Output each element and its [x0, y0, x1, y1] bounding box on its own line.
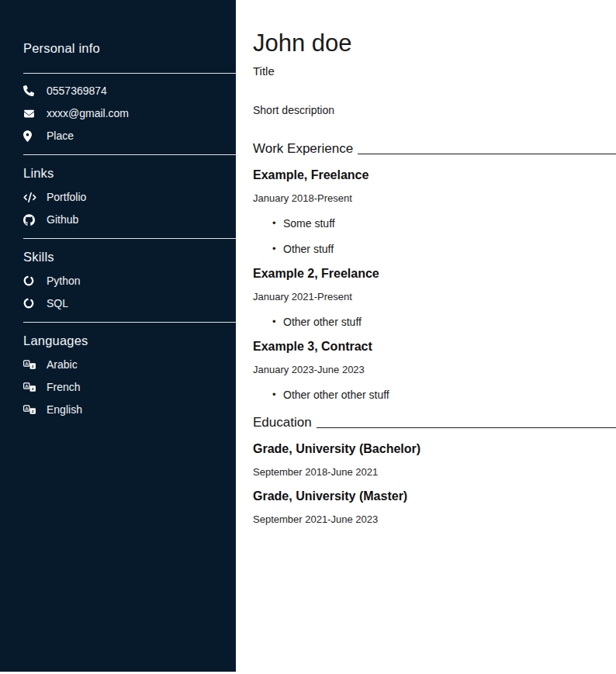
work-entry: Example, Freelance January 2018-Present … — [253, 168, 616, 255]
sidebar-section-links: Links Portfolio Github — [23, 154, 236, 226]
bullet-item: Some stuff — [272, 217, 616, 230]
work-entry: Example 2, Freelance January 2021-Presen… — [253, 267, 616, 328]
github-label: Github — [47, 213, 78, 226]
entry-date: January 2021-Present — [253, 291, 616, 302]
language-icon: Az — [23, 358, 37, 371]
location-icon — [23, 130, 37, 142]
svg-text:z: z — [32, 409, 34, 413]
bullet-item: Other other other stuff — [272, 389, 616, 401]
skill-row-sql: SQL — [23, 297, 236, 309]
language-row-french: Az French — [23, 381, 236, 393]
entry-title: Grade, University (Bachelor) — [253, 442, 616, 456]
portfolio-link[interactable]: Portfolio — [23, 191, 236, 203]
entry-title: Example 3, Contract — [253, 340, 616, 354]
bullet-item: Other stuff — [272, 243, 616, 255]
sidebar-section-personal-info: Personal info 0557369874 xxxx@gmail.com … — [23, 41, 236, 142]
sidebar: Personal info 0557369874 xxxx@gmail.com … — [0, 0, 236, 672]
language-row-english: Az English — [23, 403, 236, 416]
entry-bullets: Some stuff Other stuff — [253, 217, 616, 255]
divider — [23, 322, 236, 323]
heading-rule — [317, 427, 616, 428]
email-row: xxxx@gmail.com — [23, 107, 236, 119]
phone-value: 0557369874 — [47, 85, 107, 97]
entry-date: January 2018-Present — [253, 192, 616, 204]
circle-notch-icon — [23, 297, 37, 309]
entry-bullets: Other other stuff — [253, 316, 616, 328]
place-row: Place — [23, 130, 236, 142]
heading-rule — [358, 154, 616, 154]
education-entry: Grade, University (Master) September 202… — [253, 489, 616, 525]
sidebar-section-languages: Languages Az Arabic Az French Az English — [23, 322, 236, 416]
divider — [23, 238, 236, 239]
place-value: Place — [47, 130, 74, 142]
svg-text:A: A — [25, 383, 29, 388]
sidebar-section-skills: Skills Python SQL — [23, 238, 236, 309]
language-icon: Az — [23, 403, 37, 416]
entry-title: Example, Freelance — [253, 168, 616, 182]
code-icon — [23, 191, 37, 203]
entry-title: Example 2, Freelance — [253, 267, 616, 281]
svg-text:A: A — [25, 361, 29, 365]
email-value: xxxx@gmail.com — [47, 107, 129, 119]
entry-bullets: Other other other stuff — [253, 389, 616, 401]
section-heading-education: Education — [253, 415, 616, 430]
candidate-name: John doe — [253, 31, 616, 57]
languages-heading: Languages — [23, 334, 236, 348]
section-heading-work-experience: Work Experience — [253, 141, 616, 157]
svg-text:A: A — [25, 406, 29, 410]
divider — [23, 73, 236, 74]
circle-notch-icon — [23, 275, 37, 287]
short-description: Short description — [253, 104, 616, 116]
skill-row-python: Python — [23, 275, 236, 287]
language-icon: Az — [23, 381, 37, 393]
work-entry: Example 3, Contract January 2023-June 20… — [253, 340, 616, 401]
phone-icon — [23, 85, 37, 97]
skill-label: Python — [47, 275, 81, 287]
phone-row: 0557369874 — [23, 85, 236, 97]
language-label: French — [47, 381, 81, 393]
bullet-item: Other other stuff — [272, 316, 616, 328]
svg-text:z: z — [32, 386, 34, 391]
svg-text:z: z — [32, 364, 34, 368]
github-icon — [23, 213, 37, 226]
entry-title: Grade, University (Master) — [253, 489, 616, 503]
education-entry: Grade, University (Bachelor) September 2… — [253, 442, 616, 478]
language-row-arabic: Az Arabic — [23, 358, 236, 371]
github-link[interactable]: Github — [23, 213, 236, 226]
portfolio-label: Portfolio — [47, 191, 86, 203]
candidate-title: Title — [253, 64, 616, 78]
divider — [23, 154, 236, 155]
links-heading: Links — [23, 166, 236, 181]
skills-heading: Skills — [23, 250, 236, 264]
envelope-icon — [23, 107, 37, 119]
resume-main: John doe Title Short description Work Ex… — [236, 0, 616, 674]
section-heading-label: Work Experience — [253, 141, 353, 157]
section-heading-label: Education — [253, 415, 312, 430]
skill-label: SQL — [47, 297, 68, 309]
entry-date: September 2018-June 2021 — [253, 466, 616, 478]
entry-date: September 2021-June 2023 — [253, 513, 616, 525]
language-label: Arabic — [47, 358, 78, 371]
personal-info-heading: Personal info — [23, 41, 236, 56]
entry-date: January 2023-June 2023 — [253, 364, 616, 375]
language-label: English — [47, 403, 82, 416]
